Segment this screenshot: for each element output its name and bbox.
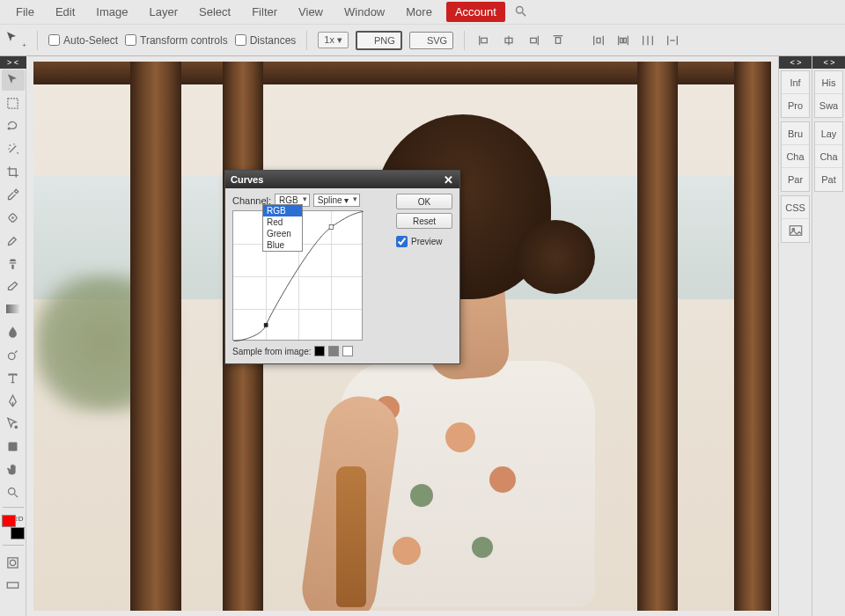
tool-crop[interactable]: [2, 161, 25, 182]
distribute-spacing-icon[interactable]: [664, 32, 681, 49]
export-svg-button[interactable]: SVG: [409, 32, 453, 49]
tool-gradient[interactable]: [2, 298, 25, 319]
sample-label: Sample from image:: [232, 347, 311, 356]
align-center-h-icon[interactable]: [500, 32, 518, 49]
svg-point-26: [12, 216, 13, 217]
distances-checkbox[interactable]: Distances: [235, 34, 297, 47]
panel-paragraph[interactable]: Par: [782, 168, 809, 191]
sample-row: Sample from image:: [232, 346, 452, 356]
panel-properties[interactable]: Pro: [782, 94, 809, 117]
svg-rect-33: [8, 557, 18, 567]
sample-gray[interactable]: [328, 346, 339, 356]
tool-eraser[interactable]: [2, 275, 25, 297]
panel-history[interactable]: His: [815, 71, 842, 94]
menu-view[interactable]: View: [288, 1, 334, 23]
preview-checkbox[interactable]: Preview: [396, 236, 452, 247]
background-color[interactable]: [11, 527, 25, 539]
svg-label: SVG: [427, 35, 447, 46]
panel-layers[interactable]: Lay: [815, 122, 842, 145]
tool-hand[interactable]: [2, 458, 25, 480]
panel-css[interactable]: CSS: [782, 196, 809, 219]
foreground-color[interactable]: [2, 515, 16, 527]
svg-line-1: [522, 12, 525, 16]
align-top-icon[interactable]: [549, 32, 567, 49]
panel-image-icon[interactable]: [782, 219, 809, 242]
transform-controls-label: Transform controls: [140, 34, 228, 47]
menu-select[interactable]: Select: [188, 1, 241, 23]
tool-path[interactable]: [2, 413, 25, 434]
reset-button[interactable]: Reset: [396, 213, 452, 229]
ok-button[interactable]: OK: [396, 194, 452, 209]
panel-info[interactable]: Inf: [782, 71, 809, 94]
distances-label: Distances: [250, 34, 297, 47]
align-right-icon[interactable]: [525, 32, 542, 49]
tool-dodge[interactable]: [2, 344, 25, 365]
color-swatches[interactable]: ↕D: [2, 515, 25, 539]
distribute-right-icon[interactable]: [639, 32, 657, 49]
preview-label: Preview: [411, 237, 443, 246]
tool-healing[interactable]: [2, 207, 25, 228]
tool-move[interactable]: [2, 70, 25, 91]
svg-rect-36: [264, 323, 268, 327]
distribute-left-icon[interactable]: [590, 32, 607, 49]
tool-zoom[interactable]: [2, 481, 25, 502]
tool-wand[interactable]: [2, 138, 25, 159]
zoom-dropdown[interactable]: 1x ▾: [318, 32, 349, 48]
dialog-titlebar[interactable]: Curves ✕: [225, 171, 459, 188]
transform-controls-checkbox[interactable]: Transform controls: [125, 34, 228, 47]
sample-white[interactable]: [342, 346, 353, 356]
panel-channels[interactable]: Cha: [815, 145, 842, 168]
default-colors-icon[interactable]: ↕D: [15, 515, 24, 523]
align-left-icon[interactable]: [475, 32, 493, 49]
tool-quickmask[interactable]: [2, 552, 25, 573]
menu-file[interactable]: File: [5, 1, 45, 23]
png-label: PNG: [374, 35, 395, 46]
account-button[interactable]: Account: [446, 2, 505, 22]
move-tool-icon: +: [5, 31, 26, 49]
search-icon[interactable]: [514, 4, 527, 20]
menu-edit[interactable]: Edit: [45, 1, 85, 23]
menu-filter[interactable]: Filter: [241, 1, 288, 23]
tool-screenmode[interactable]: [2, 575, 25, 596]
menu-window[interactable]: Window: [334, 1, 395, 23]
menu-more[interactable]: More: [395, 1, 443, 23]
panel-paths[interactable]: Pat: [815, 168, 842, 191]
menu-image[interactable]: Image: [85, 1, 138, 23]
panel-collapse-toggle-2[interactable]: < >: [812, 56, 845, 69]
tool-eyedropper[interactable]: [2, 184, 25, 205]
svg-point-0: [516, 6, 523, 13]
tool-brush[interactable]: [2, 230, 25, 251]
separator: [464, 31, 465, 50]
spline-dropdown[interactable]: Spline ▾: [313, 194, 361, 207]
panel-swatches[interactable]: Swa: [815, 94, 842, 117]
svg-point-29: [15, 426, 18, 429]
panel-character[interactable]: Cha: [782, 145, 809, 168]
menu-layer[interactable]: Layer: [139, 1, 189, 23]
close-icon[interactable]: ✕: [442, 173, 454, 186]
panel-brush[interactable]: Bru: [782, 122, 809, 145]
canvas-area[interactable]: Curves ✕ Channel: RGB Spline ▾ RGB Red G…: [26, 56, 778, 616]
right-panels: < > Inf Pro Bru Cha Par CSS < > His Swa …: [778, 56, 845, 616]
distribute-center-icon[interactable]: [614, 32, 632, 49]
toolbox-collapse-toggle[interactable]: > <: [0, 56, 26, 69]
tool-pen[interactable]: [2, 390, 25, 411]
options-bar: + Auto-Select Transform controls Distanc…: [0, 25, 845, 56]
sample-black[interactable]: [314, 346, 325, 356]
channel-option-blue[interactable]: Blue: [263, 239, 302, 251]
tool-lasso[interactable]: [2, 115, 25, 136]
auto-select-checkbox[interactable]: Auto-Select: [48, 34, 118, 47]
tool-type[interactable]: [2, 367, 25, 388]
svg-rect-38: [790, 226, 801, 236]
panel-collapse-toggle[interactable]: < >: [779, 56, 812, 69]
channel-option-green[interactable]: Green: [263, 228, 302, 239]
tool-clone[interactable]: [2, 253, 25, 274]
curves-dialog: Curves ✕ Channel: RGB Spline ▾ RGB Red G…: [224, 170, 460, 364]
tool-blur[interactable]: [2, 321, 25, 342]
svg-rect-27: [6, 304, 19, 313]
tool-marquee[interactable]: [2, 92, 25, 114]
channel-dropdown-list: RGB Red Green Blue: [262, 204, 303, 252]
tool-shape[interactable]: [2, 436, 25, 457]
export-png-button[interactable]: PNG: [356, 31, 402, 50]
channel-option-rgb[interactable]: RGB: [263, 205, 302, 216]
channel-option-red[interactable]: Red: [263, 216, 302, 228]
